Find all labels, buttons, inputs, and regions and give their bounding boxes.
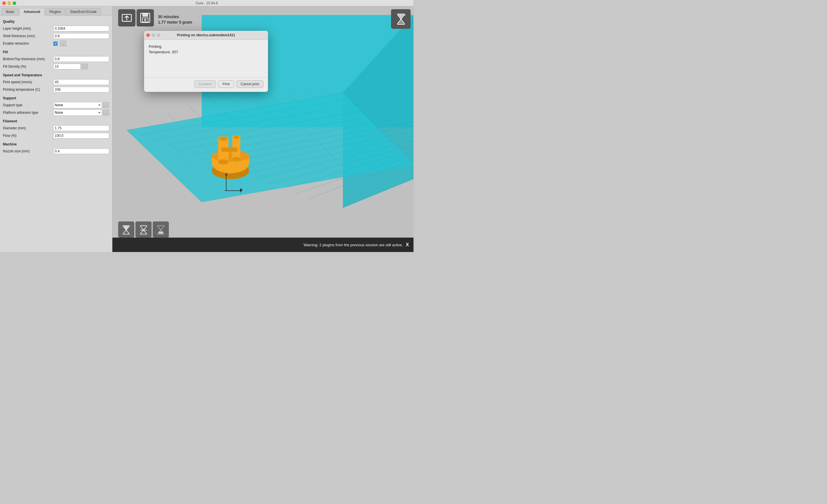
warning-text: Warning: 2 plugins from the previous ses… [303, 243, 403, 247]
flow-row: Flow (%) [3, 133, 109, 139]
connect-button[interactable]: Connect [195, 80, 216, 88]
load-model-button[interactable] [118, 9, 136, 27]
quality-header: Quality [3, 19, 109, 23]
modal-close-btn[interactable] [146, 34, 150, 37]
nozzle-size-input[interactable] [53, 148, 109, 154]
fill-density-input[interactable] [53, 64, 81, 69]
layer-height-row: Layer height (mm) [3, 26, 109, 32]
layer-height-input[interactable] [53, 26, 109, 32]
svg-point-41 [233, 136, 239, 139]
printing-temp-input[interactable] [53, 87, 109, 93]
modal-footer: Connect Print Cancel print [144, 77, 268, 92]
left-panel: Basic Advanced Plugins Start/End-GCode Q… [0, 6, 112, 252]
support-type-select[interactable]: None Touching buildplate Everywhere [53, 102, 102, 108]
bottom-top-thickness-input[interactable] [53, 56, 109, 62]
tab-bar: Basic Advanced Plugins Start/End-GCode [0, 6, 112, 15]
svg-rect-37 [219, 138, 227, 140]
print-speed-row: Print speed (mm/s) [3, 79, 109, 85]
tab-advanced[interactable]: Advanced [19, 8, 44, 15]
warning-close-button[interactable]: X [406, 242, 409, 247]
viewport-area: 30 minutes 1.77 meter 5 gram [112, 6, 414, 252]
modal-title-bar: Printing on /dev/cu.usbmodem1411 [144, 31, 268, 40]
bottom-btn-3[interactable] [153, 221, 169, 238]
bottom-top-thickness-row: Bottom/Top thickness (mm) [3, 56, 109, 62]
retraction-options-btn[interactable]: ... [60, 41, 66, 46]
window-controls[interactable] [2, 1, 16, 5]
fill-density-label: Fill Density (%) [3, 64, 53, 68]
settings-panel: Quality Layer height (mm) Shell thicknes… [0, 15, 112, 252]
modal-status-printing: Printing [149, 44, 263, 49]
modal-status-temperature: Temperature: 207 [149, 50, 263, 54]
close-button[interactable] [2, 1, 6, 5]
bottom-btn-1[interactable] [118, 221, 134, 238]
fill-density-options-btn[interactable]: ... [82, 64, 88, 69]
save-model-button[interactable] [137, 9, 154, 27]
print-button[interactable]: Print [218, 80, 234, 88]
support-header: Support [3, 96, 109, 100]
bottom-btn-2[interactable] [136, 221, 152, 238]
svg-rect-56 [159, 232, 163, 234]
nozzle-size-label: Nozzle size (mm) [3, 149, 53, 153]
tab-basic[interactable]: Basic [2, 8, 19, 15]
flow-input[interactable] [53, 133, 109, 139]
modal-window-controls[interactable] [146, 34, 160, 37]
support-type-label: Support type [3, 103, 53, 107]
svg-point-32 [212, 150, 249, 162]
svg-point-53 [144, 19, 146, 21]
enable-retraction-row: Enable retraction ... [3, 40, 109, 47]
platform-adhesion-row: Platform adhesion type None Brim Raft ..… [3, 109, 109, 116]
svg-rect-51 [142, 13, 148, 17]
diameter-input[interactable] [53, 125, 109, 131]
speed-header: Speed and Temperature [3, 73, 109, 77]
flow-label: Flow (%) [3, 134, 53, 138]
layer-height-label: Layer height (mm) [3, 27, 53, 31]
warning-bar: Warning: 2 plugins from the previous ses… [112, 238, 414, 252]
top-right-icon-btn[interactable] [391, 9, 410, 29]
minimize-button[interactable] [7, 1, 11, 5]
bottom-toolbar [118, 221, 169, 238]
tab-startend-gcode[interactable]: Start/End-GCode [66, 8, 101, 15]
maximize-button[interactable] [13, 1, 16, 5]
modal-title: Printing on /dev/cu.usbmodem1411 [177, 33, 235, 37]
support-type-options-btn[interactable]: ... [103, 102, 109, 108]
print-speed-input[interactable] [53, 79, 109, 85]
nozzle-size-row: Nozzle size (mm) [3, 148, 109, 154]
cancel-print-button[interactable]: Cancel print [236, 80, 263, 88]
platform-adhesion-label: Platform adhesion type [3, 111, 53, 115]
window-title: Cura - 15.04.6 [196, 1, 218, 5]
platform-adhesion-select[interactable]: None Brim Raft [53, 109, 102, 116]
svg-rect-42 [221, 147, 237, 152]
print-dialog: Printing on /dev/cu.usbmodem1411 Printin… [144, 31, 268, 92]
modal-minimize-btn [152, 34, 155, 37]
filament-header: Filament [3, 119, 109, 123]
shell-thickness-row: Shell thickness (mm) [3, 33, 109, 39]
modal-body: Printing Temperature: 207 [144, 40, 268, 77]
fill-density-row: Fill Density (%) ... [3, 63, 109, 70]
top-toolbar: 30 minutes 1.77 meter 5 gram [118, 9, 192, 27]
enable-retraction-checkbox[interactable] [53, 41, 59, 46]
shell-thickness-input[interactable] [53, 33, 109, 39]
svg-point-40 [232, 157, 240, 161]
print-info: 30 minutes 1.77 meter 5 gram [158, 14, 192, 27]
tab-plugins[interactable]: Plugins [45, 8, 65, 15]
title-bar: Cura - 15.04.6 [0, 0, 414, 6]
diameter-label: Diameter (mm) [3, 126, 53, 130]
printing-temp-row: Printing temperature (C) [3, 86, 109, 93]
printing-temp-label: Printing temperature (C) [3, 88, 53, 92]
print-material: 1.77 meter 5 gram [158, 19, 192, 26]
bottom-top-thickness-label: Bottom/Top thickness (mm) [3, 57, 53, 61]
shell-thickness-label: Shell thickness (mm) [3, 34, 53, 38]
print-time: 30 minutes [158, 14, 192, 20]
print-speed-label: Print speed (mm/s) [3, 80, 53, 84]
enable-retraction-label: Enable retraction [3, 42, 53, 46]
modal-maximize-btn [157, 34, 160, 37]
machine-header: Machine [3, 142, 109, 146]
diameter-row: Diameter (mm) [3, 125, 109, 131]
checkbox-checked-icon [53, 42, 58, 46]
platform-adhesion-options-btn[interactable]: ... [103, 110, 109, 115]
support-type-row: Support type None Touching buildplate Ev… [3, 102, 109, 108]
svg-point-35 [218, 159, 229, 164]
fill-header: Fill [3, 50, 109, 54]
